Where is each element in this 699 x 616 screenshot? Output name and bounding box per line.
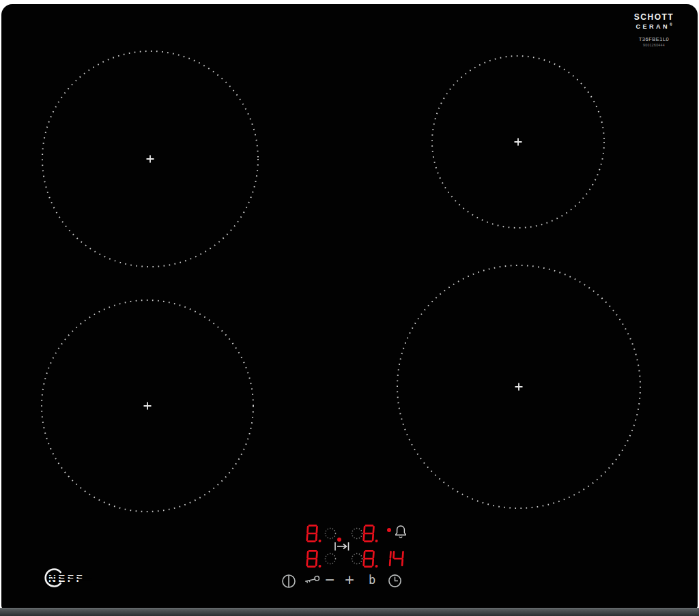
display-front-right-level <box>364 550 383 571</box>
model-number: T36FBE1L0 <box>627 36 681 42</box>
front-edge-trim <box>0 608 699 616</box>
zone-front-right-center-cross <box>515 383 523 391</box>
plus-button[interactable]: + <box>345 570 354 589</box>
display-front-left-level <box>307 550 326 571</box>
ceran-wordmark: CERAN® <box>627 23 681 30</box>
power-button[interactable] <box>281 574 296 589</box>
display-back-left-level <box>307 525 326 546</box>
neff-logo: NEFF <box>42 567 97 590</box>
child-lock-key-button[interactable] <box>302 574 322 586</box>
zone-front-left-center-cross <box>144 402 152 410</box>
timer-clock-button[interactable] <box>388 574 402 588</box>
part-number: 9001260444 <box>627 43 681 47</box>
neff-logo-letters: NEFF <box>48 572 85 584</box>
neff-logo-slat <box>48 576 92 577</box>
glass-branding: SCHOTT CERAN® T36FBE1L0 9001260444 <box>627 12 681 47</box>
b-function-button[interactable]: b <box>369 573 375 587</box>
zone-indicator-front-right-icon <box>351 553 363 565</box>
minus-button[interactable]: − <box>325 570 334 589</box>
timer-display <box>381 550 408 571</box>
zone-back-left-center-cross <box>147 156 154 163</box>
zone-indicator-back-left-icon <box>324 527 337 540</box>
cooking-zones <box>0 0 699 616</box>
zone-indicator-back-right-icon <box>351 527 363 540</box>
power-move-icon <box>334 541 351 552</box>
zone-back-right-center-cross <box>515 138 522 146</box>
neff-logo-slat <box>48 578 92 580</box>
induction-hob: SCHOTT CERAN® T36FBE1L0 9001260444 NEFF <box>0 0 699 616</box>
zone-indicator-front-left-icon <box>324 553 337 565</box>
display-back-right-level <box>364 525 383 546</box>
registered-trademark: ® <box>670 23 672 27</box>
schott-wordmark: SCHOTT <box>627 12 681 22</box>
alarm-bell-icon <box>394 524 408 541</box>
timer-indicator-dot <box>387 528 391 532</box>
